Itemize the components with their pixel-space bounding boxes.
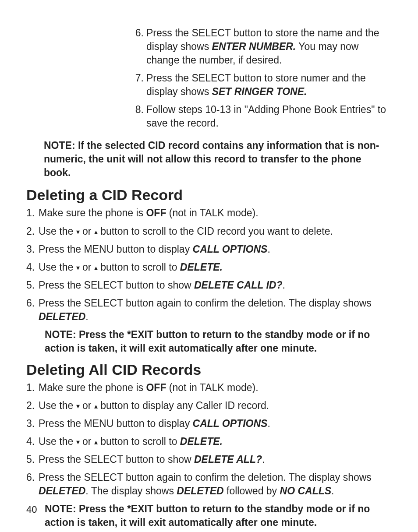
list-item: 2.Use the ▾ or ▴ button to display any C…	[26, 399, 392, 412]
list-item: 6.Press the SELECT button again to confi…	[26, 296, 392, 324]
list-number: 6.	[131, 26, 144, 67]
list-text: Press the SELECT button again to confirm…	[39, 296, 392, 324]
down-arrow-icon: ▾	[76, 402, 80, 410]
heading-deleting-cid-record: Deleting a CID Record	[26, 187, 392, 204]
list-item: 3.Press the MENU button to display CALL …	[26, 243, 392, 256]
list-number: 5.	[26, 278, 36, 292]
ordered-list-deleting-cid: 1.Make sure the phone is OFF (not in TAL…	[26, 206, 392, 323]
list-text: Follow steps 10-13 in "Adding Phone Book…	[146, 103, 392, 130]
list-item: 5.Press the SELECT button to show DELETE…	[26, 453, 392, 466]
list-number: 2.	[26, 399, 36, 412]
up-arrow-icon: ▴	[94, 264, 98, 271]
list-item: 6.Press the SELECT button again to confi…	[26, 471, 392, 498]
note-block: NOTE: Press the *EXIT button to return t…	[45, 502, 383, 529]
list-item: 5.Press the SELECT button to show DELETE…	[26, 278, 392, 292]
list-text: Press the MENU button to display CALL OP…	[39, 417, 392, 430]
list-item: 8.Follow steps 10-13 in "Adding Phone Bo…	[131, 103, 392, 130]
list-item: 4.Use the ▾ or ▴ button to scroll to DEL…	[26, 435, 392, 448]
heading-deleting-all-cid-records: Deleting All CID Records	[26, 361, 392, 378]
list-text: Use the ▾ or ▴ button to scroll to the C…	[39, 225, 392, 238]
list-item: 7.Press the SELECT button to store numer…	[131, 71, 392, 99]
note-block: NOTE: Press the *EXIT button to return t…	[45, 328, 383, 355]
list-number: 4.	[26, 261, 36, 274]
up-arrow-icon: ▴	[94, 438, 98, 446]
list-text: Use the ▾ or ▴ button to display any Cal…	[39, 399, 392, 412]
list-text: Make sure the phone is OFF (not in TALK …	[39, 206, 392, 220]
list-text: Press the MENU button to display CALL OP…	[39, 243, 392, 256]
list-text: Press the SELECT button again to confirm…	[39, 471, 392, 498]
page-number: 40	[26, 504, 37, 515]
list-number: 1.	[26, 206, 36, 220]
list-item: 2.Use the ▾ or ▴ button to scroll to the…	[26, 225, 392, 238]
list-number: 6.	[26, 471, 36, 498]
list-number: 3.	[26, 243, 36, 256]
list-number: 6.	[26, 296, 36, 324]
list-number: 5.	[26, 453, 36, 466]
list-text: Use the ▾ or ▴ button to scroll to DELET…	[39, 261, 392, 274]
list-number: 8.	[131, 103, 144, 130]
list-number: 7.	[131, 71, 144, 99]
list-item: 1.Make sure the phone is OFF (not in TAL…	[26, 381, 392, 395]
list-item: 4.Use the ▾ or ▴ button to scroll to DEL…	[26, 261, 392, 274]
list-text: Make sure the phone is OFF (not in TALK …	[39, 381, 392, 395]
note-block: NOTE: If the selected CID record contain…	[44, 139, 383, 180]
list-number: 2.	[26, 225, 36, 238]
list-text: Press the SELECT button to show DELETE C…	[39, 278, 392, 292]
list-number: 4.	[26, 435, 36, 448]
ordered-list-deleting-all-cid: 1.Make sure the phone is OFF (not in TAL…	[26, 381, 392, 498]
up-arrow-icon: ▴	[94, 402, 98, 410]
down-arrow-icon: ▾	[76, 264, 80, 271]
list-text: Use the ▾ or ▴ button to scroll to DELET…	[39, 435, 392, 448]
list-item: 1.Make sure the phone is OFF (not in TAL…	[26, 206, 392, 220]
list-text: Press the SELECT button to store the nam…	[146, 26, 392, 67]
list-text: Press the SELECT button to show DELETE A…	[39, 453, 392, 466]
list-item: 6.Press the SELECT button to store the n…	[131, 26, 392, 67]
down-arrow-icon: ▾	[76, 438, 80, 446]
down-arrow-icon: ▾	[76, 228, 80, 236]
top-numbered-list: 6.Press the SELECT button to store the n…	[131, 26, 392, 130]
list-number: 3.	[26, 417, 36, 430]
list-item: 3.Press the MENU button to display CALL …	[26, 417, 392, 430]
up-arrow-icon: ▴	[94, 228, 98, 236]
list-number: 1.	[26, 381, 36, 395]
list-text: Press the SELECT button to store numer a…	[146, 71, 392, 99]
